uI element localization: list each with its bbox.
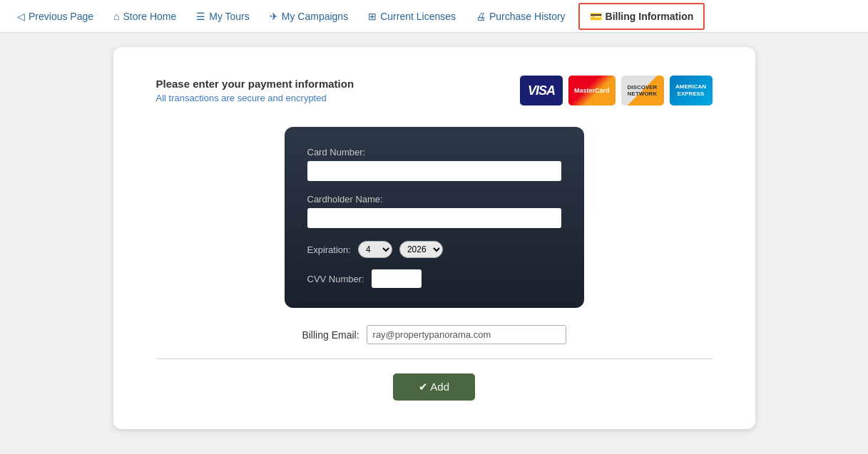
nav-icon-previous-page: ◁: [17, 11, 25, 22]
nav-label-current-licenses: Current Licenses: [380, 11, 456, 22]
payment-form-card: Card Number: Cardholder Name: Expiration…: [285, 127, 584, 308]
card-number-input[interactable]: [307, 161, 561, 181]
main-content: Please enter your payment information Al…: [0, 33, 868, 443]
expiration-label: Expiration:: [307, 244, 351, 255]
nav-label-my-tours: My Tours: [209, 11, 250, 22]
exp-month-select[interactable]: 123456789101112: [358, 241, 392, 258]
nav-icon-billing-information: 💳: [590, 11, 602, 22]
nav-label-billing-information: Billing Information: [606, 11, 694, 22]
nav-item-current-licenses[interactable]: ⊞Current Licenses: [358, 0, 466, 33]
mastercard-logo: MasterCard: [568, 76, 616, 105]
cvv-row: CVV Number:: [307, 269, 561, 288]
add-btn-row: ✔ Add: [156, 373, 713, 401]
nav-icon-purchase-history: 🖨: [476, 11, 486, 22]
cvv-input[interactable]: [372, 269, 422, 288]
cardholder-name-input[interactable]: [307, 208, 561, 228]
cvv-label: CVV Number:: [307, 274, 364, 284]
nav-icon-my-tours: ☰: [196, 11, 205, 22]
amex-logo: AMERICANEXPRESS: [670, 76, 713, 105]
nav-item-billing-information[interactable]: 💳Billing Information: [578, 3, 705, 30]
nav-item-my-tours[interactable]: ☰My Tours: [186, 0, 260, 33]
payment-info-text: Please enter your payment information Al…: [156, 78, 354, 103]
cardholder-name-label: Cardholder Name:: [307, 194, 561, 205]
nav-icon-store-home: ⌂: [113, 11, 119, 22]
divider: [156, 358, 713, 359]
nav-item-previous-page[interactable]: ◁Previous Page: [7, 0, 103, 33]
billing-email-input[interactable]: [367, 325, 566, 344]
nav-item-my-campaigns[interactable]: ✈My Campaigns: [260, 0, 358, 33]
exp-year-select[interactable]: 2024202520262027202820292030: [399, 241, 443, 258]
cardholder-name-group: Cardholder Name:: [307, 194, 561, 228]
nav-label-store-home: Store Home: [123, 11, 177, 22]
nav-label-previous-page: Previous Page: [29, 11, 93, 22]
nav-icon-my-campaigns: ✈: [270, 11, 278, 22]
billing-card: Please enter your payment information Al…: [113, 47, 755, 429]
billing-email-label: Billing Email:: [302, 329, 359, 341]
payment-title: Please enter your payment information: [156, 78, 354, 90]
discover-logo: DISCOVERNETWORK: [621, 76, 664, 105]
nav-icon-current-licenses: ⊞: [368, 11, 377, 22]
card-number-label: Card Number:: [307, 147, 561, 158]
nav-label-my-campaigns: My Campaigns: [282, 11, 348, 22]
card-logos: VISA MasterCard DISCOVERNETWORK AMERICAN…: [520, 76, 713, 105]
nav-item-purchase-history[interactable]: 🖨Purchase History: [466, 0, 576, 33]
nav-label-purchase-history: Purchase History: [489, 11, 566, 22]
payment-header: Please enter your payment information Al…: [156, 76, 713, 105]
nav-item-store-home[interactable]: ⌂Store Home: [103, 0, 186, 33]
expiration-row: Expiration: 123456789101112 202420252026…: [307, 241, 561, 258]
payment-subtitle: All transactions are secure and encrypte…: [156, 93, 354, 103]
billing-email-row: Billing Email:: [156, 325, 713, 344]
add-button[interactable]: ✔ Add: [393, 373, 475, 401]
navbar: ◁Previous Page⌂Store Home☰My Tours✈My Ca…: [0, 0, 868, 33]
card-number-group: Card Number:: [307, 147, 561, 181]
visa-logo: VISA: [520, 76, 563, 105]
